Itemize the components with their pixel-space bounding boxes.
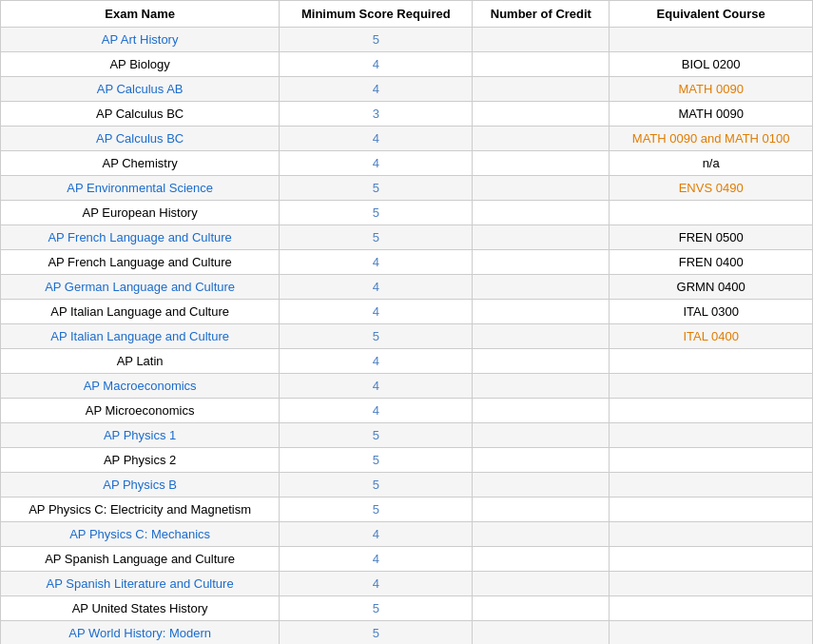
num-credit-cell — [473, 176, 610, 201]
min-score-cell: 4 — [280, 547, 473, 572]
equiv-course-cell: GRMN 0400 — [610, 275, 813, 300]
num-credit-cell — [473, 275, 610, 300]
equiv-course-cell — [610, 473, 813, 498]
table-row: AP Physics 15 — [1, 423, 813, 448]
num-credit-cell — [473, 423, 610, 448]
exam-name-cell: AP Physics C: Electricity and Magnetism — [1, 498, 280, 522]
min-score-cell: 4 — [280, 300, 473, 324]
equiv-course-cell — [610, 596, 813, 621]
table-row: AP Microeconomics4 — [1, 399, 813, 423]
table-row: AP French Language and Culture5FREN 0500 — [1, 225, 813, 250]
table-row: AP Italian Language and Culture5ITAL 040… — [1, 324, 813, 349]
table-row: AP French Language and Culture4FREN 0400 — [1, 250, 813, 275]
equiv-course-cell — [610, 572, 813, 596]
num-credit-cell — [473, 102, 610, 127]
min-score-cell: 5 — [280, 596, 473, 621]
min-score-cell: 4 — [280, 250, 473, 275]
equiv-course-cell: ENVS 0490 — [610, 176, 813, 201]
min-score-cell: 4 — [280, 374, 473, 399]
exam-name-cell: AP Physics 1 — [1, 423, 280, 448]
table-row: AP Italian Language and Culture4ITAL 030… — [1, 300, 813, 324]
num-credit-cell — [473, 349, 610, 374]
equiv-course-cell: MATH 0090 and MATH 0100 — [610, 127, 813, 151]
exam-name-cell: AP Environmental Science — [1, 176, 280, 201]
num-credit-cell — [473, 596, 610, 621]
equiv-course-cell — [610, 349, 813, 374]
table-row: AP Calculus AB4MATH 0090 — [1, 77, 813, 102]
num-credit-cell — [473, 151, 610, 176]
col-min-score: Minimum Score Required — [280, 1, 473, 28]
table-row: AP Latin4 — [1, 349, 813, 374]
num-credit-cell — [473, 547, 610, 572]
min-score-cell: 5 — [280, 201, 473, 225]
equiv-course-cell — [610, 28, 813, 52]
exam-name-cell: AP Macroeconomics — [1, 374, 280, 399]
num-credit-cell — [473, 324, 610, 349]
exam-name-cell: AP Physics C: Mechanics — [1, 522, 280, 547]
exam-name-cell: AP Biology — [1, 52, 280, 77]
num-credit-cell — [473, 201, 610, 225]
min-score-cell: 5 — [280, 498, 473, 522]
equiv-course-cell — [610, 201, 813, 225]
equiv-course-cell: FREN 0500 — [610, 225, 813, 250]
equiv-course-cell — [610, 399, 813, 423]
table-row: AP Calculus BC4MATH 0090 and MATH 0100 — [1, 127, 813, 151]
min-score-cell: 4 — [280, 127, 473, 151]
num-credit-cell — [473, 448, 610, 473]
num-credit-cell — [473, 374, 610, 399]
exam-name-cell: AP Physics 2 — [1, 448, 280, 473]
col-exam-name: Exam Name — [1, 1, 280, 28]
table-row: AP Physics C: Electricity and Magnetism5 — [1, 498, 813, 522]
min-score-cell: 4 — [280, 275, 473, 300]
equiv-course-cell: MATH 0090 — [610, 77, 813, 102]
table-row: AP World History: Modern5 — [1, 621, 813, 645]
exam-name-cell: AP Calculus AB — [1, 77, 280, 102]
min-score-cell: 5 — [280, 176, 473, 201]
min-score-cell: 5 — [280, 324, 473, 349]
ap-credits-table: Exam Name Minimum Score Required Number … — [0, 0, 813, 644]
table-row: AP Chemistry4n/a — [1, 151, 813, 176]
equiv-course-cell — [610, 423, 813, 448]
table-row: AP United States History5 — [1, 596, 813, 621]
min-score-cell: 5 — [280, 423, 473, 448]
exam-name-cell: AP Italian Language and Culture — [1, 300, 280, 324]
exam-name-cell: AP Calculus BC — [1, 127, 280, 151]
equiv-course-cell: FREN 0400 — [610, 250, 813, 275]
col-equiv-course: Equivalent Course — [610, 1, 813, 28]
num-credit-cell — [473, 225, 610, 250]
table-row: AP Environmental Science5ENVS 0490 — [1, 176, 813, 201]
min-score-cell: 4 — [280, 349, 473, 374]
min-score-cell: 4 — [280, 52, 473, 77]
num-credit-cell — [473, 399, 610, 423]
exam-name-cell: AP French Language and Culture — [1, 225, 280, 250]
equiv-course-cell: ITAL 0300 — [610, 300, 813, 324]
num-credit-cell — [473, 28, 610, 52]
exam-name-cell: AP Microeconomics — [1, 399, 280, 423]
exam-name-cell: AP German Language and Culture — [1, 275, 280, 300]
equiv-course-cell — [610, 498, 813, 522]
table-row: AP Spanish Language and Culture4 — [1, 547, 813, 572]
exam-name-cell: AP World History: Modern — [1, 621, 280, 645]
equiv-course-cell — [610, 621, 813, 645]
table-row: AP Physics 25 — [1, 448, 813, 473]
num-credit-cell — [473, 77, 610, 102]
exam-name-cell: AP United States History — [1, 596, 280, 621]
exam-name-cell: AP Physics B — [1, 473, 280, 498]
num-credit-cell — [473, 572, 610, 596]
equiv-course-cell — [610, 448, 813, 473]
table-row: AP European History5 — [1, 201, 813, 225]
col-num-credit: Number of Credit — [473, 1, 610, 28]
equiv-course-cell — [610, 374, 813, 399]
equiv-course-cell: n/a — [610, 151, 813, 176]
equiv-course-cell — [610, 547, 813, 572]
table-row: AP Art History5 — [1, 28, 813, 52]
table-row: AP Physics C: Mechanics4 — [1, 522, 813, 547]
num-credit-cell — [473, 300, 610, 324]
num-credit-cell — [473, 250, 610, 275]
min-score-cell: 4 — [280, 522, 473, 547]
equiv-course-cell: ITAL 0400 — [610, 324, 813, 349]
exam-name-cell: AP Chemistry — [1, 151, 280, 176]
exam-name-cell: AP European History — [1, 201, 280, 225]
num-credit-cell — [473, 621, 610, 645]
min-score-cell: 4 — [280, 399, 473, 423]
